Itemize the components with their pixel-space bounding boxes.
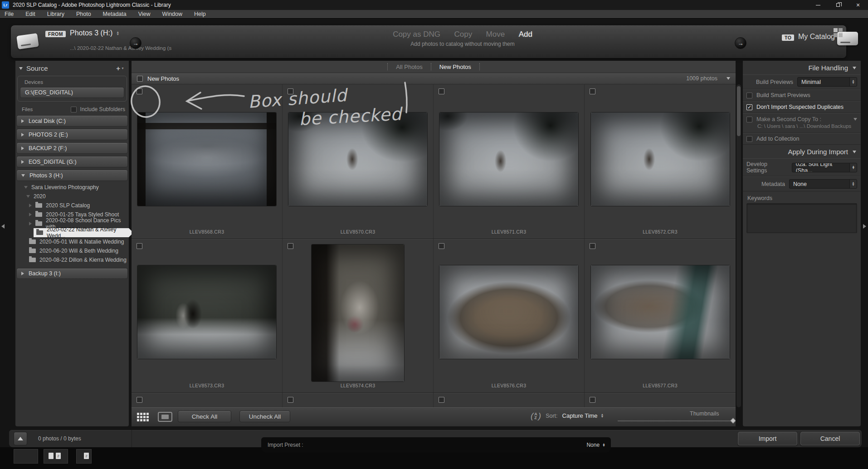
develop-settings-dropdown[interactable]: 02a. Soft Light (Sha... ▲▼: [792, 163, 857, 172]
action-copy[interactable]: Copy: [454, 30, 472, 39]
apply-during-import-header[interactable]: Apply During Import: [743, 145, 861, 158]
photo-thumbnail[interactable]: [137, 265, 276, 359]
photo-cell[interactable]: LLEV8568.CR3: [132, 84, 283, 239]
photo-cell[interactable]: [283, 393, 434, 407]
photo-checkbox[interactable]: [439, 88, 444, 94]
photo-checkbox[interactable]: [590, 243, 595, 249]
menu-metadata[interactable]: Metadata: [103, 11, 127, 17]
menu-help[interactable]: Help: [194, 11, 206, 17]
metadata-dropdown[interactable]: None ▲▼: [789, 179, 857, 189]
filmstrip-thumbnail[interactable]: 2: [44, 449, 68, 464]
import-button[interactable]: Import: [738, 432, 797, 445]
menu-window[interactable]: Window: [162, 11, 182, 17]
menu-photo[interactable]: Photo: [76, 11, 91, 17]
to-target[interactable]: My Catalog: [798, 33, 835, 41]
restore-button[interactable]: [828, 0, 848, 10]
right-panel-collapse-arrow[interactable]: [863, 224, 866, 229]
section-check-all-checkbox[interactable]: [137, 76, 143, 82]
keywords-input[interactable]: [746, 203, 857, 233]
expand-triangle-icon[interactable]: [21, 119, 24, 123]
expand-triangle-icon[interactable]: [29, 204, 32, 207]
import-preset-selector[interactable]: None ▲▼: [586, 442, 605, 448]
photo-cell[interactable]: [585, 393, 736, 407]
tree-item-will-beth[interactable]: 2020-06-20 Will & Beth Wedding: [15, 246, 129, 255]
photo-cell[interactable]: LLEV8576.CR3: [434, 239, 585, 392]
close-button[interactable]: ×: [848, 0, 868, 10]
menu-view[interactable]: View: [138, 11, 151, 17]
expand-triangle-icon[interactable]: [21, 147, 24, 150]
photo-checkbox[interactable]: [439, 397, 444, 403]
thumbnail-size-slider[interactable]: [618, 420, 733, 421]
photo-checkbox[interactable]: [590, 397, 595, 403]
add-to-collection-checkbox[interactable]: [746, 136, 752, 142]
photo-checkbox[interactable]: [590, 88, 595, 94]
photo-cell[interactable]: LLEV8572.CR3: [585, 84, 736, 239]
menu-library[interactable]: Library: [47, 11, 64, 17]
add-source-icon[interactable]: +▼: [116, 64, 124, 72]
drive-backup2-f[interactable]: BACKUP 2 (F:): [16, 142, 128, 154]
photo-thumbnail[interactable]: [439, 265, 578, 359]
filmstrip-thumbnail[interactable]: [14, 449, 38, 464]
photo-cell[interactable]: [132, 393, 283, 407]
grid-scrollbar[interactable]: [736, 84, 741, 407]
filmstrip-thumbnail[interactable]: 2: [76, 449, 92, 464]
photo-checkbox[interactable]: [137, 88, 142, 94]
collapse-triangle-icon[interactable]: [24, 186, 28, 189]
photo-thumbnail[interactable]: [591, 265, 730, 359]
device-eos-digital[interactable]: G:\(EOS_DIGITAL): [20, 87, 124, 98]
tree-item-nathan-ashley-selected[interactable]: 2020-02-22 Nathan & Ashley Wedd...: [34, 228, 129, 237]
photo-cell[interactable]: [434, 393, 585, 407]
photo-thumbnail[interactable]: [137, 112, 276, 206]
second-copy-row[interactable]: Make a Second Copy To : C: \ Users \ sar…: [743, 113, 861, 133]
filmstrip-collapse-button[interactable]: [14, 432, 27, 445]
tree-item-slp-catalog[interactable]: 2020 SLP Catalog: [15, 201, 129, 210]
expand-triangle-icon[interactable]: [29, 213, 32, 216]
check-all-button[interactable]: Check All: [178, 410, 231, 422]
tree-item-dillon-kierra[interactable]: 2020-08-22 Dillon & Kierra Wedding: [15, 255, 129, 264]
photo-cell[interactable]: LLEV8573.CR3: [132, 239, 283, 392]
dont-import-duplicates-row[interactable]: ✓ Don't Import Suspected Duplicates: [743, 101, 861, 113]
from-source-selector[interactable]: Photos 3 (H:) ▲▼: [70, 29, 119, 37]
collapse-triangle-icon[interactable]: [21, 174, 25, 177]
build-smart-previews-checkbox[interactable]: [746, 93, 752, 98]
collapse-triangle-icon[interactable]: [26, 195, 30, 198]
photo-cell[interactable]: LLEV8577.CR3: [585, 239, 736, 392]
sort-selector[interactable]: Capture Time ▲▼: [562, 412, 604, 419]
chevron-down-icon[interactable]: [853, 118, 857, 121]
photo-checkbox[interactable]: [288, 397, 293, 403]
build-previews-dropdown[interactable]: Minimal ▲▼: [797, 77, 857, 87]
photo-thumbnail[interactable]: [591, 112, 730, 206]
tab-new-photos[interactable]: New Photos: [431, 64, 479, 70]
build-smart-previews-row[interactable]: Build Smart Previews: [743, 89, 861, 101]
photo-cell[interactable]: LLEV8570.CR3: [283, 84, 434, 239]
action-add[interactable]: Add: [519, 30, 532, 39]
tree-item-2020[interactable]: 2020: [15, 192, 129, 201]
drive-photos3-h[interactable]: Photos 3 (H:): [16, 170, 128, 181]
section-collapse-icon[interactable]: [727, 77, 730, 80]
drive-photos2-e[interactable]: PHOTOS 2 (E:): [16, 129, 128, 140]
source-panel-header[interactable]: Source +▼: [15, 61, 129, 75]
expand-triangle-icon[interactable]: [21, 272, 24, 275]
drive-eos-digital-g[interactable]: EOS_DIGITAL (G:): [16, 156, 128, 167]
expand-triangle-icon[interactable]: [29, 222, 32, 225]
drive-backup3-i[interactable]: Backup 3 (I:): [16, 268, 128, 279]
grid-view-icon[interactable]: [137, 413, 149, 421]
grid-scrollbar-thumb[interactable]: [737, 86, 741, 136]
photo-checkbox[interactable]: [439, 243, 444, 249]
loupe-view-icon[interactable]: [158, 412, 172, 422]
uncheck-all-button[interactable]: Uncheck All: [239, 410, 290, 422]
slider-knob[interactable]: [730, 418, 736, 424]
action-copy-as-dng[interactable]: Copy as DNG: [393, 30, 440, 39]
photo-cell[interactable]: LLEV8571.CR3: [434, 84, 585, 239]
tree-item-root[interactable]: Sara Lleverino Photography: [15, 183, 129, 192]
photo-cell[interactable]: LLEV8574.CR3: [283, 239, 434, 392]
drive-local-disk-c[interactable]: Local Disk (C:): [16, 115, 128, 127]
photo-checkbox[interactable]: [137, 397, 142, 403]
photo-checkbox[interactable]: [137, 243, 142, 249]
second-copy-checkbox[interactable]: [746, 117, 752, 122]
tab-all-photos[interactable]: All Photos: [388, 64, 431, 70]
expand-triangle-icon[interactable]: [21, 133, 24, 137]
include-subfolders-checkbox[interactable]: [71, 107, 77, 112]
cancel-button[interactable]: Cancel: [800, 432, 860, 445]
photo-thumbnail[interactable]: [439, 112, 578, 206]
